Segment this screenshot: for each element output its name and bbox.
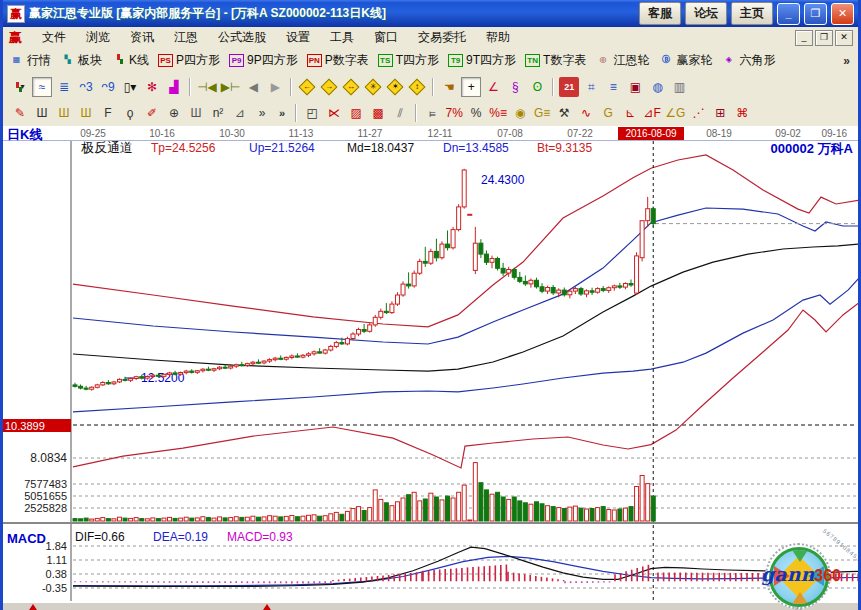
toolbar-kline[interactable]: K线 [111, 52, 149, 69]
draw-slash-lines-icon[interactable]: ⫽ [390, 103, 410, 123]
draw-four-tool-icon[interactable]: ⌘ [732, 103, 752, 123]
draw-brush-red-icon[interactable]: ✐ [142, 103, 162, 123]
draw-fibonacci-comb-icon[interactable]: F [98, 103, 118, 123]
menu-item-文件[interactable]: 文件 [32, 27, 76, 48]
mdi-minimize-button[interactable]: _ [795, 30, 813, 46]
draw-red-rays-icon[interactable]: ⋉ [324, 103, 344, 123]
toolbar-gann-wheel[interactable]: ◎江恩轮 [595, 52, 649, 69]
maximize-button[interactable]: ❐ [804, 3, 827, 25]
minimize-button[interactable]: _ [777, 3, 800, 25]
nav-export-globe-icon[interactable]: ◍ [647, 77, 667, 97]
chart-area[interactable]: 09-2510-1610-3011-1311-2712-1107-0807-22… [3, 126, 858, 602]
mdi-restore-button[interactable]: ❐ [815, 30, 833, 46]
nav-number-pad-icon[interactable]: ⌗ [581, 77, 601, 97]
draw-speed-line-icon[interactable]: ⋰ [688, 103, 708, 123]
nav-save-floppy-icon[interactable]: ▣ [625, 77, 645, 97]
menu-item-公式选股[interactable]: 公式选股 [208, 27, 276, 48]
nav-zoom-star-diamond-icon[interactable]: ✶ [385, 77, 405, 97]
menu-item-工具[interactable]: 工具 [320, 27, 364, 48]
draw-gold-lines-icon[interactable]: G≡ [532, 103, 552, 123]
draw-red-grid-2-icon[interactable]: ▩ [368, 103, 388, 123]
nav-next-bar-icon[interactable]: ▶ [265, 77, 285, 97]
draw-bar-ruler-icon[interactable]: ⫢ [422, 103, 442, 123]
nav-color-chart-icon[interactable]: ▟ [164, 77, 184, 97]
draw-golden-comb-1-icon[interactable]: Ш [54, 103, 74, 123]
nav-zoom-right-diamond-icon[interactable]: → [319, 77, 339, 97]
draw-box-rays-icon[interactable]: ◰ [302, 103, 322, 123]
draw-overflow-1-icon[interactable]: » [252, 103, 272, 123]
draw-spiral-tool-icon[interactable]: ϙ [120, 103, 140, 123]
toolbar-sector-blocks[interactable]: ▚板块 [60, 52, 102, 69]
draw-percent-tool-icon[interactable]: % [466, 103, 486, 123]
nav-prev-bar-icon[interactable]: ◀ [243, 77, 263, 97]
toolbar-t-square[interactable]: TST四方形 [378, 52, 439, 69]
nav-bars-3-icon[interactable]: ᴖ3 [76, 77, 96, 97]
nav-first-bar-icon[interactable]: ⊣◀ [196, 77, 218, 97]
draw-f-angle-icon[interactable]: ⊿F [642, 103, 662, 123]
menu-item-资讯[interactable]: 资讯 [120, 27, 164, 48]
nav-zoom-burst-diamond-icon[interactable]: ✳ [363, 77, 383, 97]
toolbar-p-square[interactable]: PSP四方形 [158, 52, 220, 69]
nav-figure-tool-icon[interactable]: ✻ [142, 77, 162, 97]
draw-time-comb-icon[interactable]: Ш [186, 103, 206, 123]
close-button[interactable]: ✕ [831, 3, 854, 25]
draw-gann-comb-icon[interactable]: Ш [32, 103, 52, 123]
draw-gold-angle-icon[interactable]: ∠G [664, 103, 686, 123]
nav-bars-9-icon[interactable]: ᴖ9 [98, 77, 118, 97]
draw-gavel-tool-icon[interactable]: ⚒ [554, 103, 574, 123]
draw-j-angle-icon[interactable]: ⊾ [620, 103, 640, 123]
draw-toolbar-overflow-icon[interactable]: » [279, 107, 285, 119]
nav-last-bar-icon[interactable]: ▶⊢ [220, 77, 242, 97]
nav-crosshair-tool-icon[interactable]: + [461, 77, 481, 97]
menu-item-交易委托[interactable]: 交易委托 [408, 27, 476, 48]
toolbar-quote-table[interactable]: ▦行情 [9, 52, 51, 69]
bottom-scroll-strip[interactable] [3, 602, 858, 610]
nav-data-truck-icon[interactable]: ▥ [669, 77, 689, 97]
nav-angle-tool-icon[interactable]: ∠ [483, 77, 503, 97]
draw-angle-ruler-icon[interactable]: ⊿ [230, 103, 250, 123]
menu-item-窗口[interactable]: 窗口 [364, 27, 408, 48]
nav-period-dropdown-icon[interactable]: ▾ [10, 77, 30, 97]
toolbar-hexagon[interactable]: ◈六角形 [721, 52, 775, 69]
draw-seven-percent-icon[interactable]: 7% [444, 103, 464, 123]
menu-item-帮助[interactable]: 帮助 [476, 27, 520, 48]
nav-zigzag-tool-icon[interactable]: ≈ [32, 77, 52, 97]
menu-item-浏览[interactable]: 浏览 [76, 27, 120, 48]
kline-chart-canvas[interactable]: 09-2510-1610-3011-1311-2712-1107-0807-22… [3, 126, 858, 602]
nav-zoom-left-diamond-icon[interactable]: ← [297, 77, 317, 97]
nav-note-tool-icon[interactable]: ≣ [54, 77, 74, 97]
nav-zoom-v-diamond-icon[interactable]: ↕ [407, 77, 427, 97]
toolbar-winner-wheel[interactable]: Ⓑ赢家轮 [658, 52, 712, 69]
menu-item-设置[interactable]: 设置 [276, 27, 320, 48]
band-price-label: 10.3899 [5, 420, 45, 432]
toolbar-t-number-table[interactable]: TNT数字表 [525, 52, 586, 69]
draw-cycle-comb-icon[interactable]: ⊕ [164, 103, 184, 123]
menu-item-江恩[interactable]: 江恩 [164, 27, 208, 48]
draw-golden-comb-2-icon[interactable]: Ш [76, 103, 96, 123]
hexagon-label: 六角形 [739, 52, 775, 69]
toolbar-p-number-table[interactable]: PNP数字表 [307, 52, 369, 69]
toolbar-p9-square[interactable]: P99P四方形 [229, 52, 298, 69]
toolbar-t9-square[interactable]: T99T四方形 [448, 52, 516, 69]
nav-calendar-21-icon[interactable]: 21 [559, 77, 579, 97]
nav-candle-style-dropdown-icon[interactable]: ▯▾ [120, 77, 140, 97]
draw-gold-circle-icon[interactable]: ◉ [510, 103, 530, 123]
nav-report-doc-icon[interactable]: ≡ [603, 77, 623, 97]
nav-stamp-tool-icon[interactable]: § [505, 77, 525, 97]
draw-n2-comb-icon[interactable]: n² [208, 103, 228, 123]
draw-gold-box-icon[interactable]: G [598, 103, 618, 123]
nav-pattern-tool-icon[interactable]: ʘ [527, 77, 547, 97]
draw-wave-red-icon[interactable]: ∿ [576, 103, 596, 123]
customer-service-button[interactable]: 客服 [639, 2, 681, 25]
draw-percent-lines-icon[interactable]: %≡ [488, 103, 508, 123]
nav-pan-hand-icon[interactable]: ☚ [439, 77, 459, 97]
forum-button[interactable]: 论坛 [685, 2, 727, 25]
channel-indicator-title: 极反通道 [81, 140, 133, 155]
homepage-button[interactable]: 主页 [731, 2, 773, 25]
draw-win-tool-icon[interactable]: ⊞ [710, 103, 730, 123]
nav-zoom-h-diamond-icon[interactable]: ↔ [341, 77, 361, 97]
draw-pencil-red-icon[interactable]: ✎ [10, 103, 30, 123]
toolbar-overflow-icon[interactable]: » [843, 54, 850, 68]
mdi-close-button[interactable]: ✕ [835, 30, 853, 46]
draw-red-grid-1-icon[interactable]: ▨ [346, 103, 366, 123]
